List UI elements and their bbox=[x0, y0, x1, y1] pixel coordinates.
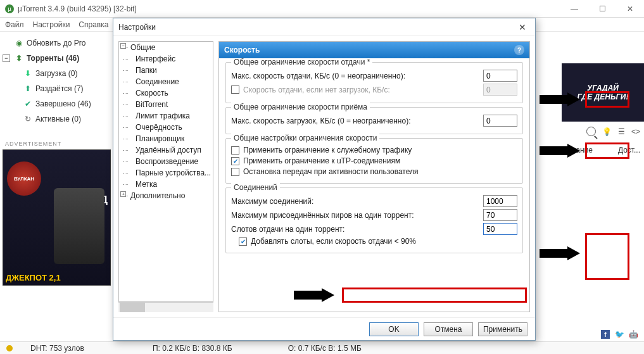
limit-utp-checkbox[interactable]: ✔ bbox=[231, 157, 239, 165]
group-general-label: Общие настройки ограничения скорости bbox=[231, 134, 379, 142]
group-upload-limit: Общее ограничение скорости отдачи * Макс… bbox=[225, 62, 523, 103]
dialog-titlebar: Настройки ✕ bbox=[113, 18, 535, 36]
dialog-close-button[interactable]: ✕ bbox=[515, 21, 530, 34]
conn-slots-label: Слотов отдачи на один торрент: bbox=[231, 225, 479, 234]
menu-settings[interactable]: Настройки bbox=[33, 20, 70, 29]
right-ad-line1: УГАДАЙ bbox=[587, 84, 619, 92]
add-slots-label: Добавлять слоты, если скорость отдачи < … bbox=[251, 237, 517, 246]
collapse-icon[interactable]: − bbox=[3, 54, 10, 62]
conn-slots-input[interactable] bbox=[483, 223, 517, 235]
settings-dialog: Настройки ✕ −Общие Интерфейс Папки Соеди… bbox=[113, 18, 536, 341]
ad-jackpot: ДЖЕКПОТ 2,1 bbox=[6, 273, 61, 282]
bulb-icon[interactable]: 💡 bbox=[602, 127, 612, 136]
col-name[interactable]: ание bbox=[576, 146, 593, 155]
nav-torrents-label: Торренты (46) bbox=[27, 54, 79, 63]
collapse-icon[interactable]: − bbox=[120, 43, 126, 49]
conn-max-label: Максимум соединений: bbox=[231, 197, 479, 206]
tree-hscrollbar[interactable] bbox=[118, 302, 213, 312]
add-slots-checkbox[interactable]: ✔ bbox=[239, 237, 247, 246]
group-download-limit: Общее ограничение скорости приёма Макс. … bbox=[225, 107, 523, 134]
minimize-button[interactable]: — bbox=[560, 0, 588, 18]
nav-completed-label: Завершено (46) bbox=[35, 99, 91, 108]
tree-connection[interactable]: Соединение bbox=[119, 76, 213, 87]
col-avail[interactable]: Дост... bbox=[618, 146, 640, 155]
tree-remote[interactable]: Удалённый доступ bbox=[119, 144, 213, 156]
conn-peers-input[interactable] bbox=[483, 209, 517, 221]
menu-help[interactable]: Справка bbox=[79, 20, 108, 29]
dialog-title: Настройки bbox=[118, 23, 156, 32]
expand-icon[interactable]: + bbox=[120, 191, 126, 197]
ad-vulkan-badge: ВУЛКАН bbox=[7, 161, 41, 196]
statusbar: DHT: 753 узлов П: 0.2 КБ/с B: 830.8 КБ О… bbox=[0, 341, 644, 354]
android-icon[interactable]: 🤖 bbox=[629, 330, 638, 339]
nav-seeding[interactable]: ⬆Раздаётся (7) bbox=[0, 81, 113, 96]
limit-overhead-checkbox[interactable] bbox=[231, 146, 239, 155]
download-icon: ⬇ bbox=[24, 70, 32, 77]
dialog-buttons: OK Отмена Применить bbox=[113, 317, 535, 340]
nav-upgrade[interactable]: ◉Обновить до Pro bbox=[0, 35, 113, 51]
tree-interface[interactable]: Интерфейс bbox=[119, 53, 213, 65]
code-icon[interactable]: <> bbox=[631, 127, 640, 136]
right-ad-line2: ГДЕ ДЕНЬГИ! bbox=[578, 92, 629, 101]
upload-max-label: Макс. скорость отдачи, КБ/с (0 = неогран… bbox=[231, 72, 479, 80]
tree-bittorrent[interactable]: BitTorrent bbox=[119, 99, 213, 110]
download-max-label: Макс. скорость загрузок, КБ/с (0 = неогр… bbox=[231, 117, 479, 125]
group-general-limits: Общие настройки ограничения скорости При… bbox=[225, 138, 523, 184]
facebook-icon[interactable]: f bbox=[601, 330, 610, 339]
settings-tree[interactable]: −Общие Интерфейс Папки Соединение Скорос… bbox=[118, 41, 213, 302]
apply-button[interactable]: Применить bbox=[478, 322, 527, 336]
tree-folders[interactable]: Папки bbox=[119, 65, 213, 76]
maximize-button[interactable]: ☐ bbox=[588, 0, 616, 18]
cancel-button[interactable]: Отмена bbox=[424, 322, 473, 336]
sidebar: ◉Обновить до Pro −⬍Торренты (46) ⬇Загруз… bbox=[0, 32, 114, 342]
limit-utp-label: Применить ограничение к uTP-соединениям bbox=[243, 156, 517, 165]
close-button[interactable]: ✕ bbox=[616, 0, 644, 18]
status-up: О: 0.7 КБ/с B: 1.5 МБ bbox=[288, 344, 362, 353]
tree-paired[interactable]: Парные устройства... bbox=[119, 167, 213, 179]
upload-alt-checkbox[interactable] bbox=[231, 85, 239, 94]
ad-banner[interactable]: ВУЛКАН ГД ДЖЕКПОТ 2,1 bbox=[3, 149, 111, 286]
nav-active[interactable]: ↻Активные (0) bbox=[0, 111, 113, 127]
nav-downloading[interactable]: ⬇Загрузка (0) bbox=[0, 66, 113, 81]
help-icon[interactable]: ? bbox=[514, 45, 524, 55]
nav-upgrade-label: Обновить до Pro bbox=[27, 39, 85, 47]
twitter-icon[interactable]: 🐦 bbox=[615, 330, 624, 339]
panel-header: Скорость? bbox=[219, 42, 529, 58]
group-download-label: Общее ограничение скорости приёма bbox=[231, 103, 370, 111]
search-icon[interactable] bbox=[586, 127, 596, 136]
network-status-icon bbox=[6, 345, 13, 351]
window-title: µTorrent 3.4.9 (build 43295) [32-bit] bbox=[18, 4, 560, 13]
upload-icon: ⬆ bbox=[24, 85, 32, 92]
rss-icon[interactable]: ☰ bbox=[618, 127, 625, 136]
tree-queue[interactable]: Очерёдность bbox=[119, 122, 213, 133]
right-ad-banner[interactable]: УГАДАЙ ГДЕ ДЕНЬГИ! bbox=[562, 63, 644, 122]
settings-panel: Скорость? Общее ограничение скорости отд… bbox=[218, 41, 530, 312]
toolbar-icons: 💡 ☰ <> bbox=[586, 127, 640, 136]
upload-max-input[interactable] bbox=[483, 70, 517, 82]
menu-file[interactable]: Файл bbox=[5, 20, 24, 29]
tree-limit[interactable]: Лимит трафика bbox=[119, 110, 213, 122]
conn-max-input[interactable] bbox=[483, 195, 517, 207]
ok-button[interactable]: OK bbox=[369, 322, 419, 336]
nav-completed[interactable]: ✔Завершено (46) bbox=[0, 96, 113, 111]
check-icon: ✔ bbox=[24, 100, 32, 108]
refresh-icon: ↻ bbox=[24, 115, 32, 123]
nav-torrents[interactable]: −⬍Торренты (46) bbox=[0, 51, 113, 66]
tree-scheduler[interactable]: Планировщик bbox=[119, 133, 213, 144]
stop-on-activity-checkbox[interactable] bbox=[231, 168, 239, 176]
conn-peers-label: Максимум присоединённых пиров на один то… bbox=[231, 211, 479, 220]
ad-label: ADVERTISEMENT bbox=[0, 138, 113, 149]
download-max-input[interactable] bbox=[483, 115, 517, 127]
stop-on-activity-label: Остановка передач при активности пользов… bbox=[243, 167, 517, 176]
limit-overhead-label: Применить ограничение к служебному трафи… bbox=[243, 146, 517, 155]
main-titlebar: µ µTorrent 3.4.9 (build 43295) [32-bit] … bbox=[0, 0, 644, 18]
tree-advanced[interactable]: +Дополнительно bbox=[119, 190, 213, 201]
upload-alt-input bbox=[483, 84, 517, 96]
upload-alt-label: Скорость отдачи, если нет загрузок, КБ/с… bbox=[243, 85, 479, 94]
group-upload-label: Общее ограничение скорости отдачи * bbox=[231, 58, 372, 66]
tree-general[interactable]: −Общие bbox=[119, 42, 213, 53]
tree-speed[interactable]: Скорость bbox=[119, 87, 213, 99]
nav-active-label: Активные (0) bbox=[35, 115, 81, 123]
tree-playback[interactable]: Воспроизведение bbox=[119, 156, 213, 167]
tree-labels[interactable]: Метка bbox=[119, 179, 213, 190]
